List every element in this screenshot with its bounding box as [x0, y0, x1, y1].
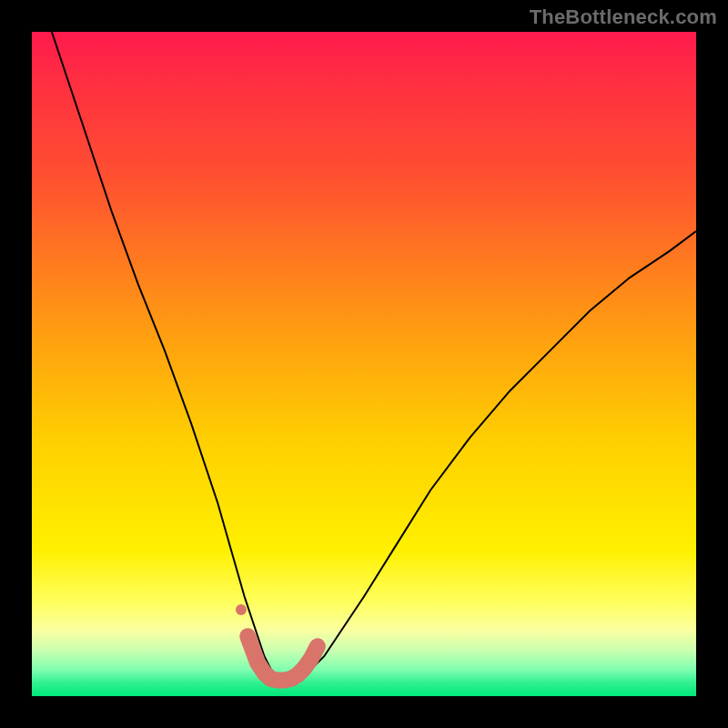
curve-dot — [236, 604, 247, 615]
curve-main — [52, 32, 696, 680]
watermark-text: TheBottleneck.com — [530, 5, 717, 29]
chart-frame: TheBottleneck.com — [0, 0, 728, 728]
chart-area — [32, 32, 696, 696]
curve-marker — [248, 636, 318, 680]
chart-svg — [32, 32, 696, 696]
